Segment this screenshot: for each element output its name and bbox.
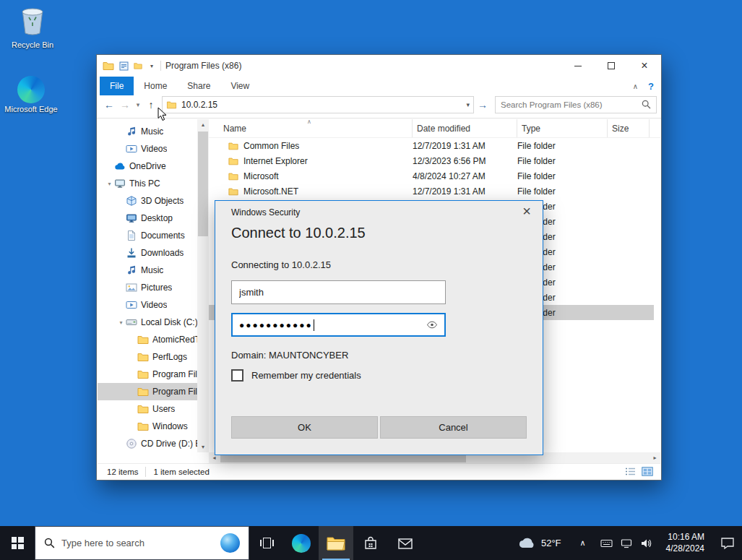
column-header-date[interactable]: Date modified	[413, 119, 517, 137]
taskbar-app-store[interactable]	[353, 526, 388, 560]
file-folder-icon	[228, 171, 239, 181]
sidebar-item[interactable]: ▾ This PC	[98, 175, 197, 192]
sidebar-item[interactable]: Music	[98, 262, 197, 279]
column-header-size[interactable]: Size	[608, 119, 650, 137]
ribbon-collapse-icon[interactable]: ∧	[633, 82, 638, 90]
sidebar-item[interactable]: Documents	[98, 227, 197, 244]
remember-credentials-label: Remember my credentials	[251, 370, 361, 381]
weather-widget[interactable]: 52°F	[508, 538, 571, 548]
forward-button[interactable]: →	[117, 99, 133, 111]
search-icon	[44, 538, 55, 548]
minimize-button[interactable]	[561, 55, 595, 77]
taskbar-app-edge[interactable]	[284, 526, 319, 560]
file-row[interactable]: Microsoft 4/8/2024 10:27 AM File folder	[209, 168, 654, 184]
thumbnails-view-icon[interactable]	[642, 467, 653, 476]
ribbon-tab[interactable]: File	[100, 77, 134, 95]
explorer-search-input[interactable]	[501, 100, 642, 109]
tree-item-icon	[137, 351, 149, 363]
sidebar-item[interactable]: Desktop	[98, 210, 197, 227]
start-button[interactable]	[0, 526, 35, 560]
file-row[interactable]: Common Files 12/7/2019 1:31 AM File fold…	[209, 138, 654, 153]
volume-icon[interactable]	[640, 538, 652, 548]
keyboard-icon[interactable]	[600, 539, 613, 548]
tree-chevron-icon[interactable]: ▾	[116, 319, 126, 326]
navigation-bar: ← → ▾ ↑ 10.0.2.15 ▾ →	[97, 95, 661, 119]
tree-item-label: Program Files (x86)	[152, 387, 197, 397]
desktop-icon-recycle-bin[interactable]: Recycle Bin	[4, 6, 61, 51]
remember-credentials-row: Remember my credentials	[231, 369, 361, 382]
file-row[interactable]: Internet Explorer 12/3/2023 6:56 PM File…	[209, 153, 654, 168]
history-chevron-icon[interactable]: ▾	[133, 101, 143, 108]
ok-button[interactable]: OK	[231, 416, 378, 439]
window-title: Program Files (x86)	[165, 61, 241, 71]
sidebar-scrollbar[interactable]: ▴ ▾	[197, 119, 209, 452]
remember-credentials-checkbox[interactable]	[231, 369, 243, 382]
file-row[interactable]: Microsoft.NET 12/7/2019 1:31 AM File fol…	[209, 184, 654, 199]
details-view-icon[interactable]	[625, 467, 636, 476]
sidebar-item[interactable]: OneDrive	[98, 158, 197, 175]
ribbon-tab[interactable]: Share	[177, 77, 220, 95]
up-button[interactable]: ↑	[143, 99, 159, 111]
desktop-icon-edge[interactable]: Microsoft Edge	[3, 76, 59, 115]
taskbar-clock[interactable]: 10:16 AM 4/28/2024	[657, 532, 713, 554]
scroll-down-icon[interactable]: ▾	[197, 441, 209, 452]
clock-date: 4/28/2024	[666, 543, 704, 555]
address-chevron-icon[interactable]: ▾	[466, 101, 470, 108]
action-center-button[interactable]	[713, 537, 742, 550]
taskbar-app-mail[interactable]	[388, 526, 423, 560]
tree-item-icon	[137, 403, 149, 415]
sidebar-item[interactable]: AtomicRedTeam	[98, 331, 197, 348]
taskbar-app-file-explorer[interactable]	[319, 526, 353, 560]
navigation-pane: Music Videos OneDrive ▾ This PC	[98, 119, 197, 452]
sidebar-item[interactable]: Windows	[98, 418, 197, 435]
tree-chevron-icon[interactable]: ▾	[105, 181, 114, 187]
sidebar-item[interactable]: CD Drive (D:) ESD	[98, 435, 197, 452]
help-icon[interactable]: ?	[648, 81, 654, 92]
properties-icon[interactable]	[119, 61, 129, 71]
cancel-button[interactable]: Cancel	[380, 416, 527, 439]
sidebar-item[interactable]: Music	[98, 123, 197, 140]
maximize-button[interactable]	[595, 55, 628, 77]
ribbon-tab[interactable]: Home	[134, 77, 177, 95]
sidebar-item[interactable]: Videos	[98, 140, 197, 158]
explorer-search-box[interactable]	[495, 96, 657, 113]
text-caret	[314, 319, 314, 331]
sidebar-item[interactable]: ▾ Local Disk (C:)	[98, 314, 197, 331]
scroll-up-icon[interactable]: ▴	[197, 119, 209, 130]
qat-customize-chevron[interactable]: ▾	[150, 63, 153, 69]
cortana-icon[interactable]	[220, 533, 240, 553]
sidebar-item[interactable]: Downloads	[98, 244, 197, 262]
go-refresh-button[interactable]: →	[474, 99, 491, 111]
sidebar-item[interactable]: Pictures	[98, 279, 197, 296]
close-button[interactable]: ×	[628, 55, 661, 77]
username-field[interactable]	[231, 280, 446, 304]
file-type: File folder	[517, 156, 608, 166]
sidebar-item[interactable]: Program Files (x86)	[98, 383, 197, 400]
address-bar[interactable]: 10.0.2.15 ▾	[162, 96, 474, 113]
new-folder-icon[interactable]	[133, 61, 143, 70]
column-header-name[interactable]: Name ∧	[209, 119, 413, 137]
sidebar-item[interactable]: 3D Objects	[98, 192, 197, 210]
ribbon-tab-label: File	[110, 81, 124, 91]
column-header-type[interactable]: Type	[517, 119, 608, 137]
show-hidden-icons-chevron[interactable]: ∧	[571, 538, 595, 548]
clock-time: 10:16 AM	[666, 532, 704, 543]
password-reveal-icon[interactable]	[426, 321, 438, 329]
password-field[interactable]: ●●●●●●●●●●●	[231, 313, 446, 337]
sidebar-item[interactable]: Videos	[98, 296, 197, 314]
tree-item-icon	[137, 421, 149, 432]
sidebar-item[interactable]: PerfLogs	[98, 348, 197, 366]
ribbon-tab[interactable]: View	[220, 77, 259, 95]
tree-item-icon	[126, 264, 137, 276]
taskbar-search-input[interactable]	[61, 538, 214, 548]
taskbar-search-box[interactable]	[35, 526, 249, 560]
sidebar-item[interactable]: Program Files	[98, 366, 197, 383]
back-button[interactable]: ←	[101, 99, 117, 111]
scroll-right-icon[interactable]: ▸	[650, 452, 660, 463]
dialog-close-button[interactable]: ×	[522, 203, 531, 220]
sidebar-item[interactable]: Users	[98, 400, 197, 418]
file-name: Microsoft	[243, 171, 279, 181]
task-view-button[interactable]	[249, 526, 284, 560]
scrollbar-thumb[interactable]	[198, 132, 208, 236]
network-icon[interactable]	[621, 538, 632, 548]
